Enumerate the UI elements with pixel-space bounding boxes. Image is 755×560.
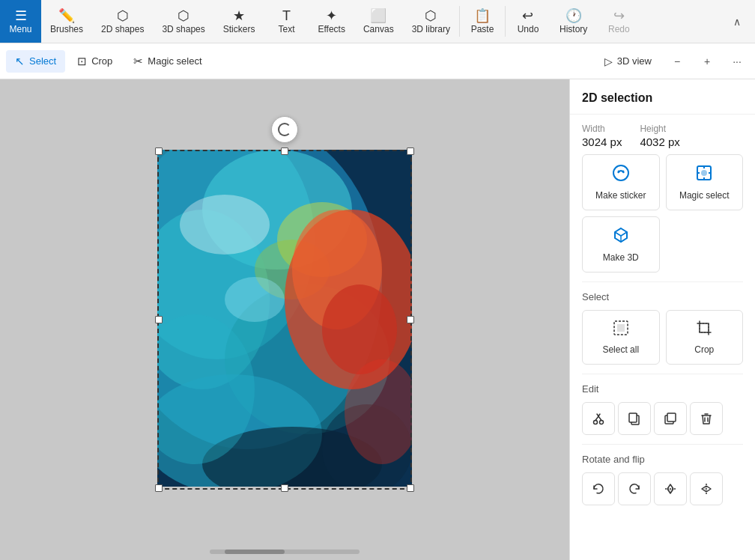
3d-view-icon: ▷	[604, 55, 613, 67]
zoom-in-button[interactable]: +	[695, 49, 719, 73]
svg-rect-29	[629, 413, 637, 422]
magic-select-button[interactable]: Magic select	[666, 154, 744, 210]
effects-label: Effects	[318, 24, 345, 34]
3d-view-button[interactable]: ▷ 3D view	[597, 52, 659, 70]
rotate-left-icon	[592, 482, 605, 496]
canvas-label: Canvas	[363, 24, 394, 34]
delete-button[interactable]	[690, 402, 723, 435]
paste-icon: 📋	[474, 9, 491, 22]
svg-rect-24	[617, 324, 625, 332]
brushes-button[interactable]: ✏️ Brushes	[41, 0, 92, 43]
make-sticker-button[interactable]: Make sticker	[582, 154, 660, 210]
flip-vertical-button[interactable]	[654, 472, 687, 505]
canvas-button[interactable]: ⬜ Canvas	[354, 0, 403, 43]
width-label: Width	[582, 124, 622, 134]
paste-button[interactable]: 📋 Paste	[460, 0, 505, 43]
svg-point-22	[701, 170, 707, 176]
stickers-button[interactable]: ★ Stickers	[214, 0, 264, 43]
canvas-icon: ⬜	[370, 9, 386, 22]
make-sticker-label: Make sticker	[595, 190, 646, 201]
svg-point-27	[600, 421, 604, 424]
magic-select-icon: ✂	[133, 55, 143, 68]
height-value: 4032 px	[640, 136, 679, 148]
rotate-section-title: Rotate and flip	[582, 454, 743, 465]
rotate-right-icon	[628, 482, 641, 496]
history-button[interactable]: 🕐 History	[551, 0, 596, 43]
flip-horizontal-button[interactable]	[690, 472, 723, 505]
2d-shapes-icon: ⬡	[117, 9, 129, 22]
3d-library-button[interactable]: ⬡ 3D library	[403, 0, 459, 43]
svg-point-20	[622, 171, 624, 173]
crop-panel-button[interactable]: Crop	[666, 310, 744, 365]
select-all-label: Select all	[602, 344, 639, 355]
crop-tool[interactable]: ⊡ Crop	[68, 50, 121, 73]
duplicate-icon	[664, 412, 677, 425]
main-area: 2D selection Width 3024 px Height 4032 p…	[0, 79, 755, 560]
3d-library-label: 3D library	[412, 24, 450, 34]
rotate-left-button[interactable]	[582, 472, 615, 505]
flip-horizontal-icon	[700, 482, 713, 496]
cut-icon	[592, 412, 605, 425]
paste-label: Paste	[471, 24, 494, 34]
2d-shapes-button[interactable]: ⬡ 2D shapes	[92, 0, 153, 43]
3d-shapes-icon: ⬡	[178, 9, 189, 22]
copy-button[interactable]	[618, 402, 651, 435]
crop-label: Crop	[91, 55, 112, 67]
canvas-image	[157, 150, 412, 487]
magic-select-panel-label: Magic select	[679, 190, 730, 201]
cut-button[interactable]	[582, 402, 615, 435]
text-label: Text	[278, 24, 294, 34]
svg-point-13	[225, 277, 285, 322]
svg-point-12	[180, 195, 270, 255]
rotation-handle[interactable]	[271, 116, 298, 143]
rotate-section: Rotate and flip	[570, 445, 755, 514]
magic-select-tool[interactable]: ✂ Magic select	[124, 50, 210, 73]
undo-icon: ↩	[522, 9, 533, 22]
effects-icon: ✦	[326, 9, 337, 22]
select-action-grid: Select all Crop	[582, 310, 743, 365]
2d-shapes-label: 2D shapes	[101, 24, 144, 34]
svg-point-18	[613, 165, 628, 180]
right-panel: 2D selection Width 3024 px Height 4032 p…	[569, 79, 755, 560]
select-all-button[interactable]: Select all	[582, 310, 660, 365]
3d-view-label: 3D view	[617, 55, 652, 67]
redo-button[interactable]: ↪ Redo	[596, 0, 641, 43]
collapse-button[interactable]: ∧	[725, 10, 749, 34]
zoom-out-button[interactable]: −	[665, 49, 689, 73]
make-3d-icon	[612, 226, 630, 248]
select-section-title: Select	[582, 291, 743, 302]
copy-icon	[628, 412, 641, 425]
edit-section-title: Edit	[582, 383, 743, 395]
width-value: 3024 px	[582, 136, 622, 148]
image-container[interactable]	[157, 150, 412, 490]
rotate-right-button[interactable]	[618, 472, 651, 505]
delete-icon	[700, 412, 713, 425]
effects-button[interactable]: ✦ Effects	[309, 0, 354, 43]
duplicate-button[interactable]	[654, 402, 687, 435]
horizontal-scrollbar[interactable]	[210, 550, 360, 554]
dimensions-row: Width 3024 px Height 4032 px	[582, 124, 743, 148]
dimensions-section: Width 3024 px Height 4032 px	[570, 115, 755, 281]
select-all-icon	[613, 320, 629, 340]
redo-icon: ↪	[613, 9, 625, 22]
history-icon: 🕐	[566, 9, 582, 22]
text-button[interactable]: T Text	[264, 0, 309, 43]
select-label: Select	[29, 55, 56, 67]
3d-shapes-button[interactable]: ⬡ 3D shapes	[153, 0, 213, 43]
select-tool[interactable]: ↖ Select	[6, 50, 65, 73]
canvas-area[interactable]	[0, 79, 569, 560]
magic-select-label: Magic select	[148, 55, 201, 67]
undo-button[interactable]: ↩ Undo	[506, 0, 551, 43]
redo-label: Redo	[608, 24, 630, 34]
make-sticker-icon	[612, 164, 630, 186]
scrollbar-thumb[interactable]	[225, 550, 285, 554]
select-icon: ↖	[15, 55, 25, 68]
history-label: History	[560, 24, 587, 34]
edit-icons-row	[582, 402, 743, 435]
make-3d-label: Make 3D	[603, 252, 639, 263]
panel-title: 2D selection	[570, 79, 755, 115]
menu-button[interactable]: ☰ Menu	[0, 0, 41, 43]
more-options-button[interactable]: ···	[725, 49, 749, 73]
make-3d-button[interactable]: Make 3D	[582, 216, 660, 273]
crop-panel-icon	[696, 320, 712, 340]
